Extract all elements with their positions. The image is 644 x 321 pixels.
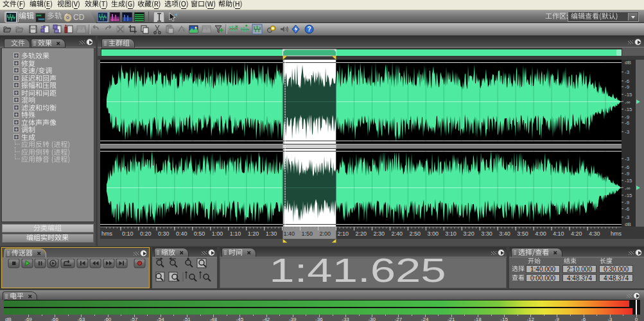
svg-text:0:40: 0:40 [176,230,187,237]
svg-text:-6: -6 [625,120,630,126]
svg-text:-6: -6 [625,206,630,212]
svg-text:-6: -6 [625,164,630,170]
svg-text:3:30: 3:30 [481,230,492,237]
svg-text:-6: -6 [625,78,630,84]
svg-text:dB: dB [625,221,631,227]
svg-text:0:50: 0:50 [194,230,205,237]
svg-text:-3: -3 [625,129,630,135]
svg-text:2:30: 2:30 [374,230,385,237]
svg-text:4:20: 4:20 [571,230,582,237]
svg-text:3:00: 3:00 [427,230,439,237]
svg-text:-9: -9 [625,84,630,90]
svg-text:4:10: 4:10 [553,230,564,237]
svg-text:3:10: 3:10 [445,230,457,237]
svg-text:-∞: -∞ [625,186,631,191]
svg-text:2:10: 2:10 [338,230,349,237]
svg-text:1:10: 1:10 [230,230,241,237]
svg-text:-9: -9 [625,114,630,120]
svg-text:1:30: 1:30 [266,230,277,237]
svg-text:3:20: 3:20 [463,230,474,237]
svg-text:2:50: 2:50 [409,230,421,237]
svg-text:2:20: 2:20 [356,230,367,237]
svg-text:hms: hms [101,230,113,237]
svg-text:-9: -9 [625,200,630,205]
svg-text:-15: -15 [625,92,632,98]
svg-text:-3: -3 [625,69,630,75]
svg-text:0:30: 0:30 [158,230,170,237]
svg-text:1:50: 1:50 [302,230,313,237]
svg-text:dB: dB [625,60,631,65]
svg-text:-∞: -∞ [625,100,631,105]
svg-text:-3: -3 [625,156,630,162]
svg-text:0:20: 0:20 [140,230,152,237]
svg-text:2:40: 2:40 [391,230,403,237]
svg-text:1:00: 1:00 [212,230,223,237]
svg-text:0:10: 0:10 [122,230,134,237]
svg-text:3:50: 3:50 [517,230,528,237]
svg-text:4:00: 4:00 [535,230,546,237]
svg-text:-3: -3 [625,214,630,220]
svg-text:hms: hms [611,230,622,237]
svg-text:2:00: 2:00 [320,230,331,237]
svg-text:-15: -15 [625,193,632,198]
svg-text:4:30: 4:30 [589,230,600,237]
svg-text:1:40: 1:40 [284,230,295,237]
svg-text:-15: -15 [625,107,632,112]
svg-text:3:40: 3:40 [499,230,510,237]
svg-text:1:20: 1:20 [248,230,259,237]
svg-text:?: ? [307,26,311,33]
svg-text:-15: -15 [625,178,632,184]
svg-text:-9: -9 [625,171,630,177]
